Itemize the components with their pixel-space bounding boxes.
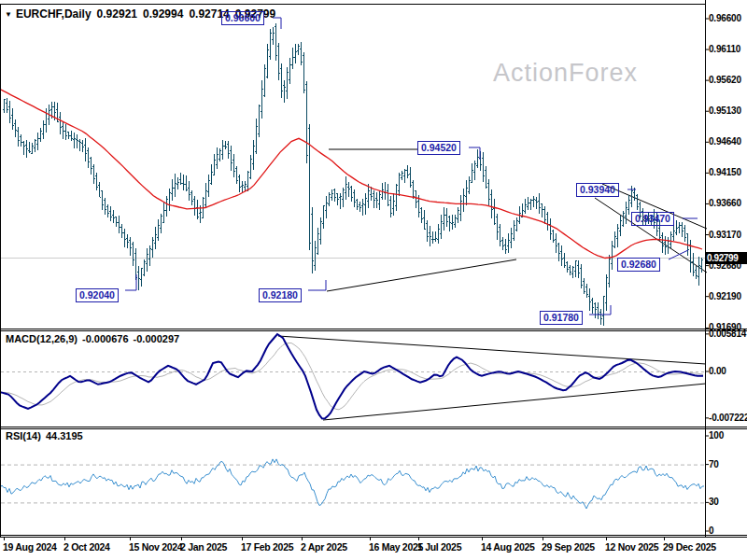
price-axis-label: 0.92190 [709, 291, 741, 301]
price-axis-label: 0.94150 [709, 167, 741, 177]
date-axis-label: 17 Feb 2025 [241, 541, 293, 553]
symbol-label: EURCHF,Daily [16, 7, 92, 21]
rsi-axis-label: 30 [709, 497, 719, 507]
date-axis-label: 2 Oct 2024 [63, 541, 110, 553]
date-axis-label: 16 May 2025 [369, 541, 423, 553]
price-axis-label: 0.93660 [709, 198, 741, 208]
macd-name: MACD(12,26,9) [6, 333, 78, 344]
macd-value-1: -0.000676 [82, 333, 129, 344]
price-level-label[interactable]: 0.94520 [417, 141, 460, 155]
macd-axis-label: -0.007222 [709, 413, 747, 423]
current-price-tag: 0.92799 [706, 252, 747, 264]
open-value: 0.92921 [97, 7, 137, 21]
moving-average-line [0, 90, 702, 259]
trendline-wedge-upper[interactable] [278, 336, 706, 364]
price-axis-label: 0.95620 [709, 75, 741, 85]
rsi-indicator-label: RSI(14)44.3195 [6, 430, 88, 441]
chart-canvas[interactable] [0, 0, 747, 560]
date-axis-label: 29 Dec 2025 [663, 541, 716, 553]
date-axis-label: 29 Sep 2025 [542, 541, 595, 553]
chart-window: ActionForex ▼EURCHF,Daily0.929210.929940… [0, 0, 747, 560]
macd-axis-label: 0.005814 [709, 329, 746, 339]
price-axis-label: 0.95130 [709, 105, 741, 116]
date-axis-label: 12 Nov 2025 [605, 541, 658, 553]
macd-line [0, 334, 703, 419]
macd-signal-line [0, 343, 703, 410]
price-level-label[interactable]: 0.96600 [221, 11, 264, 25]
date-axis-label: 1 Jul 2025 [417, 541, 461, 553]
price-axis-label: 0.96110 [709, 44, 740, 54]
price-level-label[interactable]: 0.93470 [631, 212, 674, 226]
price-level-label[interactable]: 0.92680 [617, 258, 660, 272]
price-axis-label: 0.94640 [709, 136, 741, 147]
rsi-axis-label: 0 [709, 525, 713, 536]
macd-axis-label: 0.00 [709, 366, 726, 376]
rsi-name: RSI(14) [6, 430, 41, 441]
price-level-label[interactable]: 0.93940 [576, 183, 619, 197]
macd-indicator-label: MACD(12,26,9)-0.000676-0.000297 [6, 333, 184, 344]
rsi-axis-label: 70 [709, 459, 719, 469]
date-axis-label: 2 Apr 2025 [301, 541, 347, 553]
rsi-axis-label: 100 [709, 430, 724, 441]
level-connector [125, 274, 136, 290]
macd-value-2: -0.000297 [134, 333, 180, 344]
price-level-label[interactable]: 0.92180 [259, 288, 302, 302]
trendline-wedge-lower[interactable] [323, 384, 706, 420]
high-value: 0.92994 [143, 7, 183, 21]
price-axis-label: 0.96600 [709, 13, 741, 23]
price-bars [3, 23, 703, 326]
date-axis-label: 15 Nov 2024 [129, 541, 182, 553]
price-level-label[interactable]: 0.91780 [540, 311, 583, 325]
trendline-rising-support[interactable] [327, 259, 516, 291]
date-axis-label: 19 Aug 2024 [3, 541, 57, 553]
date-axis-label: 14 Aug 2025 [481, 541, 535, 553]
price-axis-label: 0.93170 [709, 230, 741, 240]
level-connector [308, 280, 326, 290]
rsi-value: 44.3195 [46, 430, 83, 441]
collapse-indicator-icon[interactable]: ▼ [5, 10, 12, 19]
date-axis-label: 2 Jan 2025 [180, 541, 227, 553]
rsi-line [0, 459, 704, 509]
price-level-label[interactable]: 0.92040 [76, 288, 119, 302]
